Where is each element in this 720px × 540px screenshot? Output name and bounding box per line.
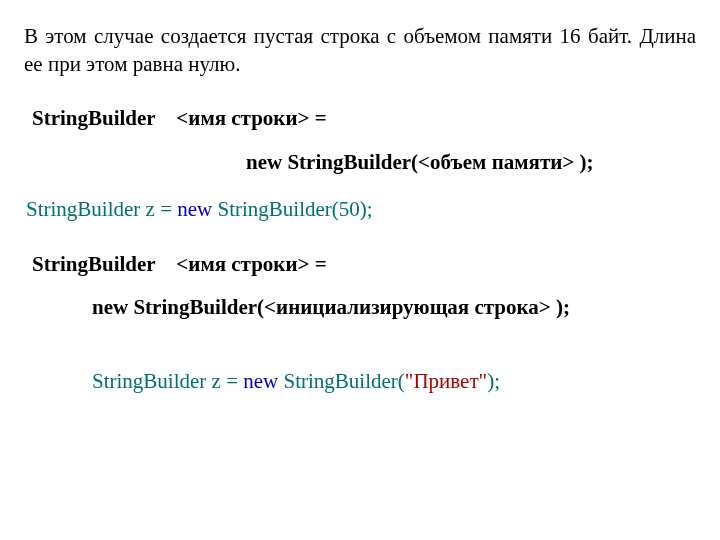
name-placeholder: <имя строки>	[176, 106, 309, 130]
new-keyword: new	[177, 197, 212, 221]
new-keyword: new	[243, 369, 278, 393]
type-keyword: StringBuilder	[32, 106, 155, 130]
declaration-1-line-2: new StringBuilder(<объем памяти> );	[246, 150, 594, 175]
string-literal: "Привет"	[405, 369, 487, 393]
new-keyword: new	[92, 295, 128, 319]
equals-sign: =	[310, 106, 327, 130]
arg-placeholder: <инициализирующая строка>	[264, 295, 551, 319]
example-1-suffix: StringBuilder(50);	[212, 197, 372, 221]
declaration-1-line-1: StringBuilder <имя строки> =	[32, 106, 327, 131]
intro-paragraph: В этом случае создается пустая строка с …	[24, 22, 696, 79]
example-2: StringBuilder z = new StringBuilder("При…	[92, 369, 500, 394]
slide: В этом случае создается пустая строка с …	[0, 0, 720, 540]
declaration-2-line-1: StringBuilder <имя строки> =	[32, 252, 327, 277]
example-2-mid: StringBuilder(	[278, 369, 405, 393]
type-keyword: StringBuilder	[32, 252, 155, 276]
constructor-open: StringBuilder(	[282, 150, 418, 174]
name-placeholder: <имя строки>	[176, 252, 309, 276]
example-1: StringBuilder z = new StringBuilder(50);	[26, 197, 373, 222]
example-1-prefix: StringBuilder z =	[26, 197, 177, 221]
equals-sign: =	[310, 252, 327, 276]
example-2-suffix: );	[487, 369, 500, 393]
example-2-prefix: StringBuilder z =	[92, 369, 243, 393]
new-keyword: new	[246, 150, 282, 174]
constructor-close: );	[551, 295, 570, 319]
constructor-close: );	[574, 150, 593, 174]
declaration-2-line-2: new StringBuilder(<инициализирующая стро…	[92, 295, 570, 320]
constructor-open: StringBuilder(	[128, 295, 264, 319]
arg-placeholder: <объем памяти>	[418, 150, 574, 174]
